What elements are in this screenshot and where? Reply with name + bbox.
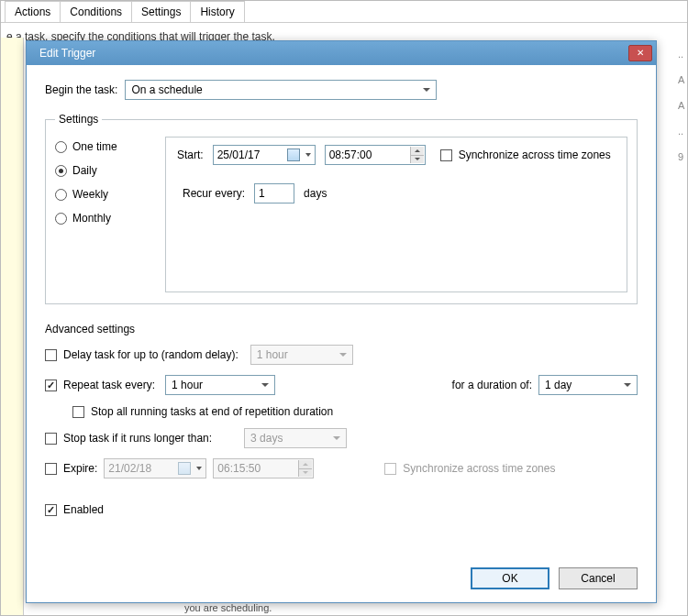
start-label: Start: [177,148,204,161]
edit-trigger-dialog: Edit Trigger Begin the task: On a schedu… [26,40,657,603]
expire-time-input: 06:15:50 [213,458,314,478]
radio-icon [55,141,67,153]
begin-task-select[interactable]: On a schedule [125,80,437,100]
enabled-row: Enabled [45,503,638,516]
calendar-icon [178,462,191,475]
start-date-value: 25/01/17 [217,148,261,161]
delay-value: 1 hour [257,348,288,361]
bg-tab-actions[interactable]: Actions [5,1,61,22]
radio-one-time[interactable]: One time [55,140,163,153]
frequency-radios: One time Daily Weekly Monthly [55,137,163,292]
stop-at-end-label: Stop all running tasks at end of repetit… [91,405,333,418]
enabled-label: Enabled [63,503,104,516]
enabled-checkbox[interactable] [45,504,57,516]
bg-tab-conditions[interactable]: Conditions [60,1,132,22]
expire-date-input: 21/02/18 [104,458,206,478]
radio-icon [55,213,67,225]
repeat-select[interactable]: 1 hour [165,375,275,395]
stop-if-longer-row: Stop task if it runs longer than: 3 days [45,428,638,448]
settings-legend: Settings [55,113,102,126]
spinner-down-icon[interactable] [410,156,424,164]
dialog-title: Edit Trigger [39,47,628,60]
repeat-value: 1 hour [172,379,203,391]
settings-detail: Start: 25/01/17 08:57:00 Synchron [165,137,627,292]
expire-date-value: 21/02/18 [108,462,151,475]
repeat-checkbox[interactable] [45,380,57,391]
settings-fieldset: Settings One time Daily Weekly [45,113,638,304]
advanced-legend: Advanced settings [45,323,638,336]
radio-weekly[interactable]: Weekly [55,188,163,201]
chevron-down-icon [196,467,202,470]
bg-tab-settings[interactable]: Settings [131,1,191,22]
duration-value: 1 day [545,379,571,391]
begin-task-label: Begin the task: [45,83,117,96]
bg-tab-history[interactable]: History [190,1,244,22]
bg-marker: A [678,67,687,93]
dialog-body: Begin the task: On a schedule Settings O… [27,65,656,602]
begin-task-value: On a schedule [131,83,202,96]
recur-label: Recur every: [183,187,245,200]
cancel-button[interactable]: Cancel [559,567,638,589]
ok-button[interactable]: OK [471,567,549,589]
recur-unit: days [304,187,327,200]
bg-bottom-text: you are scheduling. [184,602,272,613]
radio-monthly[interactable]: Monthly [55,212,163,225]
recur-input[interactable]: 1 [254,183,294,204]
radio-icon [55,165,67,177]
spinner-up-icon [298,460,312,469]
bg-marker: 9 [678,144,687,170]
expire-label: Expire: [63,462,97,475]
chevron-down-icon[interactable] [305,153,311,157]
delay-checkbox[interactable] [45,349,57,361]
begin-task-row: Begin the task: On a schedule [45,80,638,100]
stop-at-end-checkbox[interactable] [72,406,84,418]
stop-if-longer-checkbox[interactable] [45,433,57,445]
stop-at-end-row: Stop all running tasks at end of repetit… [72,405,638,418]
duration-label: for a duration of: [452,379,532,391]
spinner-down-icon [298,469,312,478]
time-spinner [298,460,312,477]
time-spinner[interactable] [410,147,424,163]
stop-if-longer-select: 3 days [244,428,347,448]
radio-daily[interactable]: Daily [55,164,163,177]
dialog-buttons: OK Cancel [45,562,638,593]
start-time-input[interactable]: 08:57:00 [325,145,426,165]
calendar-icon[interactable] [287,148,300,161]
titlebar[interactable]: Edit Trigger [27,41,656,65]
repeat-row: Repeat task every: 1 hour for a duration… [45,375,638,395]
close-icon[interactable] [628,45,652,61]
delay-label: Delay task for up to (random delay): [63,348,239,361]
start-time-value: 08:57:00 [329,148,372,161]
expire-sync-label: Synchronize across time zones [403,462,555,475]
delay-select: 1 hour [250,345,353,365]
sync-timezone-checkbox[interactable] [440,149,452,161]
radio-icon [55,189,67,201]
expire-checkbox[interactable] [45,463,57,475]
bg-marker: .. [678,41,687,67]
bg-marker: .. [678,118,687,144]
repeat-label: Repeat task every: [63,379,155,391]
bg-highlight-strip [1,38,24,615]
expire-row: Expire: 21/02/18 06:15:50 Synchronize ac… [45,458,638,478]
radio-label: One time [72,140,117,153]
sync-timezone-label: Synchronize across time zones [459,148,611,161]
stop-if-longer-value: 3 days [250,432,283,445]
expire-sync-checkbox [384,463,396,475]
bg-tabs: Actions Conditions Settings History [1,1,687,23]
expire-time-value: 06:15:50 [217,462,261,475]
radio-label: Daily [72,164,97,177]
duration-select[interactable]: 1 day [538,375,638,395]
radio-label: Weekly [72,188,108,201]
delay-row: Delay task for up to (random delay): 1 h… [45,345,638,365]
recur-value: 1 [259,187,265,200]
start-date-input[interactable]: 25/01/17 [213,145,316,165]
spinner-up-icon[interactable] [410,147,424,156]
bg-right-markers: .. A A .. 9 [678,41,687,225]
radio-label: Monthly [72,212,111,225]
bg-marker: A [678,93,687,118]
stop-if-longer-label: Stop task if it runs longer than: [63,432,212,445]
